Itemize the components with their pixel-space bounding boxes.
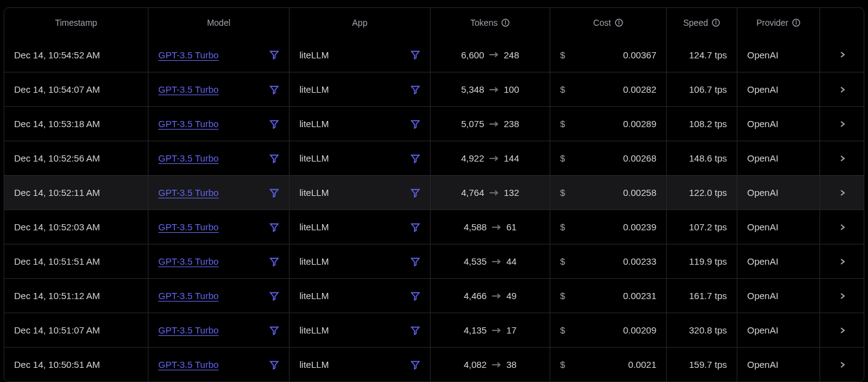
filter-icon[interactable] — [269, 291, 279, 301]
cell-expand[interactable] — [820, 348, 864, 381]
filter-icon[interactable] — [269, 50, 279, 60]
speed-value: 320.8 tps — [689, 325, 727, 335]
model-link[interactable]: GPT-3.5 Turbo — [158, 256, 218, 267]
cell-expand[interactable] — [820, 279, 864, 313]
cell-expand[interactable] — [820, 176, 864, 209]
filter-icon[interactable] — [410, 291, 420, 301]
info-icon[interactable] — [712, 18, 720, 27]
filter-icon[interactable] — [410, 257, 420, 267]
model-link[interactable]: GPT-3.5 Turbo — [158, 119, 218, 129]
app-name: liteLLM — [299, 50, 329, 60]
tokens-out: 17 — [506, 325, 517, 335]
model-link[interactable]: GPT-3.5 Turbo — [158, 359, 218, 370]
filter-icon[interactable] — [410, 85, 420, 95]
provider-name: OpenAI — [747, 153, 778, 163]
model-link[interactable]: GPT-3.5 Turbo — [158, 187, 218, 198]
header-speed[interactable]: Speed — [667, 8, 737, 37]
cell-expand[interactable] — [820, 313, 864, 347]
tokens-out: 100 — [504, 84, 519, 95]
table-row[interactable]: Dec 14, 10:51:51 AM GPT-3.5 Turbo liteLL… — [4, 244, 864, 278]
filter-icon[interactable] — [410, 154, 420, 163]
info-icon[interactable] — [615, 18, 623, 27]
cell-app: liteLLM — [290, 348, 431, 381]
model-link[interactable]: GPT-3.5 Turbo — [158, 84, 218, 95]
model-link[interactable]: GPT-3.5 Turbo — [158, 222, 218, 232]
currency-symbol: $ — [560, 325, 565, 335]
header-timestamp[interactable]: Timestamp — [4, 8, 148, 37]
app-name: liteLLM — [299, 359, 329, 370]
filter-icon[interactable] — [269, 154, 279, 163]
tokens-out: 248 — [504, 50, 519, 60]
tokens-in: 4,764 — [461, 187, 485, 198]
header-app[interactable]: App — [290, 8, 431, 37]
cell-expand[interactable] — [820, 107, 864, 141]
arrow-right-icon — [491, 292, 501, 300]
filter-icon[interactable] — [410, 360, 420, 370]
tokens-out: 49 — [506, 290, 517, 301]
filter-icon[interactable] — [269, 325, 279, 335]
cost-value: 0.00268 — [623, 153, 656, 163]
header-model[interactable]: Model — [148, 8, 290, 37]
filter-icon[interactable] — [410, 222, 420, 232]
model-link[interactable]: GPT-3.5 Turbo — [158, 325, 218, 335]
filter-icon[interactable] — [269, 360, 279, 370]
arrow-right-icon — [491, 327, 501, 334]
chevron-right-icon — [838, 326, 847, 335]
currency-symbol: $ — [560, 359, 565, 370]
provider-name: OpenAI — [747, 222, 778, 232]
tokens-in: 6,600 — [461, 50, 485, 60]
filter-icon[interactable] — [269, 85, 279, 95]
cell-tokens: 4,922 144 — [431, 141, 550, 175]
table-row[interactable]: Dec 14, 10:51:12 AM GPT-3.5 Turbo liteLL… — [4, 278, 864, 313]
cell-expand[interactable] — [820, 141, 864, 175]
filter-icon[interactable] — [269, 222, 279, 232]
filter-icon[interactable] — [269, 119, 279, 129]
arrow-right-icon — [491, 258, 501, 265]
currency-symbol: $ — [560, 187, 565, 198]
provider-name: OpenAI — [747, 50, 778, 60]
filter-icon[interactable] — [410, 50, 420, 60]
cell-expand[interactable] — [820, 72, 864, 106]
chevron-right-icon — [838, 292, 847, 300]
cell-expand[interactable] — [820, 244, 864, 278]
table-row[interactable]: Dec 14, 10:53:18 AM GPT-3.5 Turbo liteLL… — [4, 106, 864, 141]
cell-speed: 106.7 tps — [667, 72, 737, 106]
table-row[interactable]: Dec 14, 10:51:07 AM GPT-3.5 Turbo liteLL… — [4, 313, 864, 347]
filter-icon[interactable] — [410, 188, 420, 198]
header-provider[interactable]: Provider — [737, 8, 820, 37]
currency-symbol: $ — [560, 222, 565, 232]
cell-expand[interactable] — [820, 37, 864, 72]
table-header-row: Timestamp Model App Tokens Cost Speed Pr… — [4, 8, 864, 37]
table-row[interactable]: Dec 14, 10:54:52 AM GPT-3.5 Turbo liteLL… — [4, 37, 864, 72]
model-link[interactable]: GPT-3.5 Turbo — [158, 153, 218, 163]
table-row[interactable]: Dec 14, 10:54:07 AM GPT-3.5 Turbo liteLL… — [4, 72, 864, 106]
filter-icon[interactable] — [410, 119, 420, 129]
table-row[interactable]: Dec 14, 10:52:03 AM GPT-3.5 Turbo liteLL… — [4, 209, 864, 244]
header-cost[interactable]: Cost — [550, 8, 667, 37]
filter-icon[interactable] — [269, 188, 279, 198]
cell-model: GPT-3.5 Turbo — [148, 210, 290, 244]
speed-value: 122.0 tps — [689, 187, 727, 198]
cell-expand[interactable] — [820, 210, 864, 244]
cost-value: 0.00239 — [623, 222, 656, 232]
model-link[interactable]: GPT-3.5 Turbo — [158, 290, 218, 301]
chevron-right-icon — [838, 189, 847, 197]
header-tokens[interactable]: Tokens — [431, 8, 550, 37]
provider-name: OpenAI — [747, 325, 778, 335]
table-row[interactable]: Dec 14, 10:50:51 AM GPT-3.5 Turbo liteLL… — [4, 347, 864, 381]
cell-model: GPT-3.5 Turbo — [148, 107, 290, 141]
info-icon[interactable] — [792, 18, 801, 27]
table-row[interactable]: Dec 14, 10:52:56 AM GPT-3.5 Turbo liteLL… — [4, 141, 864, 175]
cell-speed: 124.7 tps — [667, 37, 737, 72]
cell-timestamp: Dec 14, 10:51:07 AM — [4, 313, 148, 347]
tokens-out: 44 — [506, 256, 517, 267]
table-row[interactable]: Dec 14, 10:52:11 AM GPT-3.5 Turbo liteLL… — [4, 175, 864, 209]
info-icon[interactable] — [501, 18, 510, 27]
filter-icon[interactable] — [410, 325, 420, 335]
app-name: liteLLM — [299, 187, 329, 198]
cell-cost: $ 0.00258 — [550, 176, 667, 209]
cell-speed: 159.7 tps — [667, 348, 737, 381]
currency-symbol: $ — [560, 153, 565, 163]
filter-icon[interactable] — [269, 257, 279, 267]
model-link[interactable]: GPT-3.5 Turbo — [158, 50, 218, 60]
